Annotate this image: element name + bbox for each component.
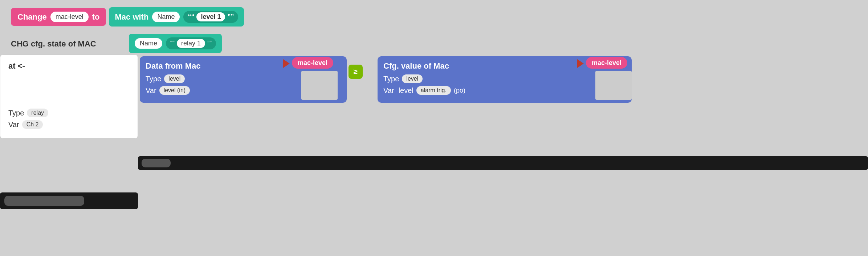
- change-label: Change: [17, 12, 47, 22]
- level1-quote: ““ level 1 ””: [183, 11, 238, 23]
- quote-open-top: ““: [188, 13, 194, 21]
- left-panel: at <- Type relay Var Ch 2: [0, 54, 138, 139]
- mac-level-pill-blue-left[interactable]: mac-level: [292, 57, 333, 69]
- type-label-left: Type: [8, 109, 24, 117]
- relay1-block: Name ““ relay 1 ””: [129, 34, 222, 53]
- name-pill-row2[interactable]: Name: [135, 38, 162, 49]
- operator-symbol: ≥: [354, 68, 358, 76]
- quote-close-top: ””: [227, 13, 234, 21]
- type-label-blue-left: Type: [146, 75, 161, 83]
- po-label: (po): [454, 87, 465, 94]
- gray-box-right: [595, 71, 632, 100]
- main-container: Change mac-level to Mac with Name ““ lev…: [0, 0, 868, 256]
- to-text: to: [92, 12, 100, 22]
- type-value-blue-right[interactable]: level: [402, 74, 423, 83]
- mac-level-connector-left: mac-level: [283, 59, 333, 68]
- operator-block: ≥: [349, 65, 363, 79]
- quote-close-row2: ””: [207, 40, 212, 47]
- type-value-blue-left[interactable]: level: [164, 74, 185, 83]
- mac-level-pill-top[interactable]: mac-level: [50, 12, 89, 22]
- relay1-pill[interactable]: relay 1: [177, 39, 205, 48]
- main-scrollbar-thumb[interactable]: [142, 159, 171, 167]
- var-row-blue-right: Var level alarm trig. (po): [383, 86, 626, 95]
- relay1-quote: ““ relay 1 ””: [166, 37, 216, 49]
- at-label: at <-: [8, 61, 130, 71]
- type-label-blue-right: Type: [383, 75, 399, 83]
- type-value-left[interactable]: relay: [27, 109, 48, 117]
- mac-level-pill-blue-right[interactable]: mac-level: [586, 57, 627, 69]
- top-row: Change mac-level to Mac with Name ““ lev…: [11, 7, 244, 27]
- quote-open-row2: ““: [170, 40, 175, 47]
- var-label-blue-left: Var: [146, 86, 156, 95]
- var-label-left: Var: [8, 121, 19, 129]
- mac-level-connector-right: mac-level: [577, 59, 627, 68]
- type-row-left: Type relay: [8, 109, 130, 117]
- var-value-blue-right-1: level: [399, 86, 413, 95]
- type-row-blue-right: Type level: [383, 74, 626, 83]
- name-pill-top[interactable]: Name: [152, 12, 180, 22]
- mac-with-block: Mac with Name ““ level 1 ””: [109, 7, 244, 27]
- bottom-scrollbar-thumb[interactable]: [4, 196, 84, 206]
- var-label-blue-right: Var: [383, 86, 394, 95]
- change-block: Change mac-level to: [11, 8, 106, 26]
- bottom-scrollbar[interactable]: [0, 192, 138, 209]
- var-value-blue-left[interactable]: level (in): [159, 86, 190, 95]
- mac-with-label: Mac with: [115, 12, 148, 22]
- var-row-left: Var Ch 2: [8, 120, 130, 129]
- alarm-trig-pill[interactable]: alarm trig.: [416, 86, 451, 95]
- chg-label: CHG cfg. state of MAC: [11, 39, 96, 49]
- gray-box-left: [301, 71, 338, 100]
- level1-pill[interactable]: level 1: [196, 12, 225, 21]
- var-value-left[interactable]: Ch 2: [22, 120, 43, 129]
- main-scrollbar[interactable]: [138, 156, 868, 170]
